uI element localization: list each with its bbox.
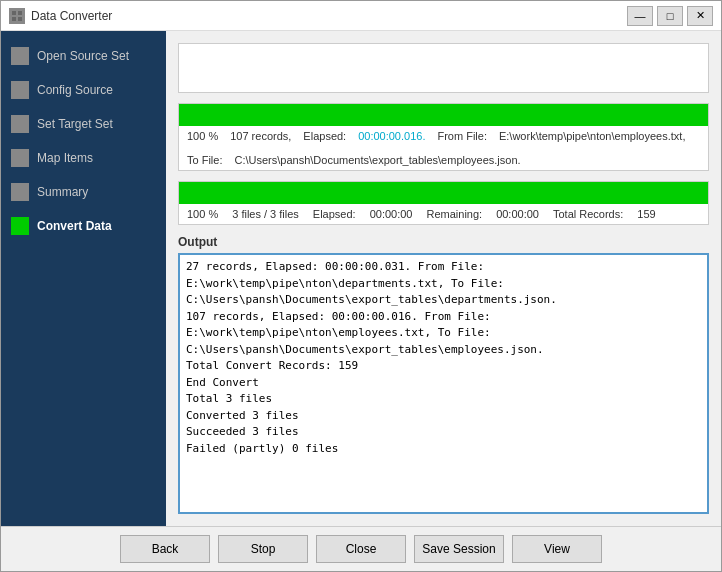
restore-button[interactable]: □: [657, 6, 683, 26]
minimize-button[interactable]: —: [627, 6, 653, 26]
footer: Back Stop Close Save Session View: [1, 526, 721, 571]
svg-rect-2: [12, 17, 16, 21]
svg-rect-0: [12, 11, 16, 15]
file-progress-info: 100 % 107 records, Elapsed: 00:00:00.016…: [179, 126, 708, 170]
main-content: Open Source Set Config Source Set Target…: [1, 31, 721, 526]
output-section: Output 27 records, Elapsed: 00:00:00.031…: [178, 235, 709, 514]
svg-rect-3: [18, 17, 22, 21]
top-spacer: [178, 43, 709, 93]
sidebar-item-map-items[interactable]: Map Items: [1, 141, 166, 175]
app-icon: [9, 8, 25, 24]
sidebar: Open Source Set Config Source Set Target…: [1, 31, 166, 526]
file-percent: 100 %: [187, 130, 218, 142]
output-label: Output: [178, 235, 709, 249]
sidebar-item-summary-label: Summary: [37, 185, 88, 199]
sidebar-item-convert-data-label: Convert Data: [37, 219, 112, 233]
view-button[interactable]: View: [512, 535, 602, 563]
overall-remaining-label: Remaining:: [426, 208, 482, 220]
overall-remaining: 00:00:00: [496, 208, 539, 220]
right-panel: 100 % 107 records, Elapsed: 00:00:00.016…: [166, 31, 721, 526]
titlebar: Data Converter — □ ✕: [1, 1, 721, 31]
titlebar-controls: — □ ✕: [627, 6, 713, 26]
overall-progress-bar: [179, 182, 708, 204]
sidebar-item-config-source-label: Config Source: [37, 83, 113, 97]
overall-progress-block: 100 % 3 files / 3 files Elapsed: 00:00:0…: [178, 181, 709, 225]
save-session-button[interactable]: Save Session: [414, 535, 504, 563]
sidebar-item-map-items-label: Map Items: [37, 151, 93, 165]
overall-percent: 100 %: [187, 208, 218, 220]
file-to: C:\Users\pansh\Documents\export_tables\e…: [234, 154, 520, 166]
overall-total-label: Total Records:: [553, 208, 623, 220]
titlebar-left: Data Converter: [9, 8, 112, 24]
sidebar-item-open-source-set[interactable]: Open Source Set: [1, 39, 166, 73]
sidebar-item-convert-data[interactable]: Convert Data: [1, 209, 166, 243]
overall-progress-info: 100 % 3 files / 3 files Elapsed: 00:00:0…: [179, 204, 708, 224]
file-records: 107 records,: [230, 130, 291, 142]
close-button[interactable]: ✕: [687, 6, 713, 26]
sidebar-item-summary[interactable]: Summary: [1, 175, 166, 209]
file-elapsed-label: Elapsed:: [303, 130, 346, 142]
overall-elapsed-label: Elapsed:: [313, 208, 356, 220]
main-window: Data Converter — □ ✕ Open Source Set Con…: [0, 0, 722, 572]
file-progress-block: 100 % 107 records, Elapsed: 00:00:00.016…: [178, 103, 709, 171]
file-progress-bar: [179, 104, 708, 126]
overall-total: 159: [637, 208, 655, 220]
overall-elapsed: 00:00:00: [370, 208, 413, 220]
open-source-set-icon: [11, 47, 29, 65]
sidebar-item-config-source[interactable]: Config Source: [1, 73, 166, 107]
output-box[interactable]: 27 records, Elapsed: 00:00:00.031. From …: [178, 253, 709, 514]
summary-icon: [11, 183, 29, 201]
close-button-footer[interactable]: Close: [316, 535, 406, 563]
stop-button[interactable]: Stop: [218, 535, 308, 563]
convert-data-icon: [11, 217, 29, 235]
set-target-set-icon: [11, 115, 29, 133]
sidebar-item-set-target-set[interactable]: Set Target Set: [1, 107, 166, 141]
sidebar-item-set-target-set-label: Set Target Set: [37, 117, 113, 131]
svg-rect-1: [18, 11, 22, 15]
map-items-icon: [11, 149, 29, 167]
overall-files: 3 files / 3 files: [232, 208, 299, 220]
config-source-icon: [11, 81, 29, 99]
file-from: E:\work\temp\pipe\nton\employees.txt,: [499, 130, 685, 142]
file-from-label: From File:: [437, 130, 487, 142]
file-elapsed: 00:00:00.016.: [358, 130, 425, 142]
file-to-label: To File:: [187, 154, 222, 166]
sidebar-item-open-source-set-label: Open Source Set: [37, 49, 129, 63]
window-title: Data Converter: [31, 9, 112, 23]
back-button[interactable]: Back: [120, 535, 210, 563]
